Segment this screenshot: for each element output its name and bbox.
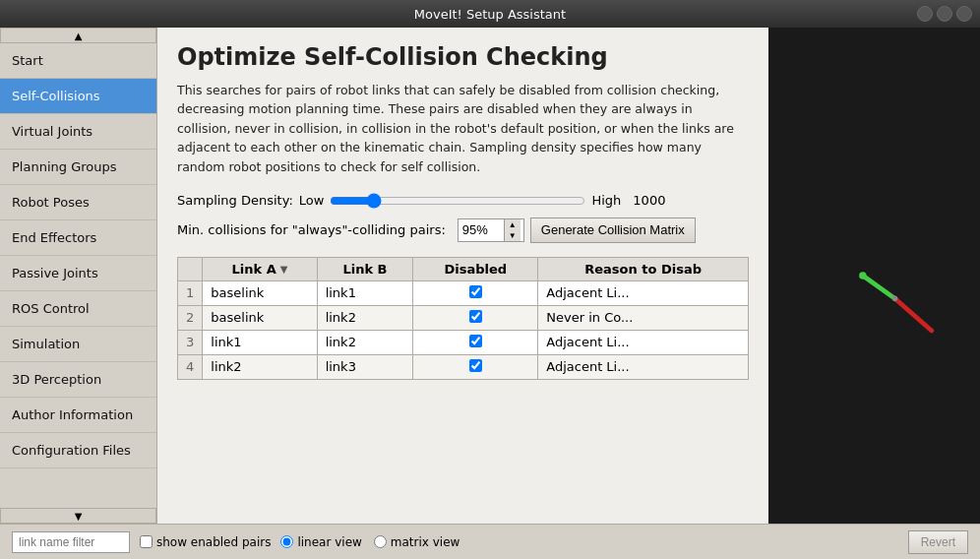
matrix-view-label[interactable]: matrix view xyxy=(374,535,460,549)
sidebar-item-label: Simulation xyxy=(12,337,80,351)
min-collisions-spinbox: ▲ ▼ xyxy=(458,218,524,242)
sort-icon-a: ▼ xyxy=(280,264,288,275)
sidebar-scroll-down[interactable]: ▼ xyxy=(0,508,156,524)
scroll-up-icon: ▲ xyxy=(75,31,83,41)
link-a-cell: link1 xyxy=(203,330,317,354)
sidebar: ▲ Start Self-Collisions Virtual Joints P… xyxy=(0,28,157,524)
show-enabled-pairs-text: show enabled pairs xyxy=(156,535,271,549)
sidebar-item-label: Passive Joints xyxy=(12,266,98,280)
robot-visualization xyxy=(768,28,980,524)
window-title: MoveIt! Setup Assistant xyxy=(414,7,566,22)
table-header-reason: Reason to Disab xyxy=(538,257,749,280)
sidebar-item-simulation[interactable]: Simulation xyxy=(0,327,156,362)
slider-container: Low High 1000 xyxy=(299,192,666,210)
table-row: 3 link1 link2 Adjacent Li... xyxy=(178,330,749,354)
link-b-cell: link2 xyxy=(317,305,413,330)
disabled-checkbox[interactable] xyxy=(469,359,482,372)
min-collisions-input[interactable] xyxy=(459,222,504,237)
sidebar-item-label: Start xyxy=(12,53,43,68)
linear-view-radio[interactable] xyxy=(280,535,293,548)
sidebar-scroll-up[interactable]: ▲ xyxy=(0,28,156,43)
table-row: 4 link2 link3 Adjacent Li... xyxy=(178,354,749,379)
row-num: 4 xyxy=(178,354,203,379)
show-enabled-pairs-checkbox[interactable] xyxy=(140,535,153,548)
spinbox-down-button[interactable]: ▼ xyxy=(505,230,521,241)
disabled-cell[interactable] xyxy=(413,354,538,379)
row-num: 2 xyxy=(178,305,203,330)
link-a-cell: baselink xyxy=(203,305,317,330)
spinbox-up-button[interactable]: ▲ xyxy=(505,219,521,230)
sidebar-item-label: Virtual Joints xyxy=(12,124,92,139)
content-area: Optimize Self-Collision Checking This se… xyxy=(157,28,768,524)
window-controls xyxy=(917,6,972,22)
title-bar: MoveIt! Setup Assistant xyxy=(0,0,980,28)
table-header-link-a: Link A ▼ xyxy=(203,257,317,280)
disabled-checkbox[interactable] xyxy=(469,310,482,323)
revert-button[interactable]: Revert xyxy=(908,530,968,554)
page-title: Optimize Self-Collision Checking xyxy=(177,43,749,71)
sidebar-item-configuration-files[interactable]: Configuration Files xyxy=(0,433,156,468)
sidebar-item-ros-control[interactable]: ROS Control xyxy=(0,291,156,327)
linear-view-text: linear view xyxy=(297,535,361,549)
reason-cell: Never in Co... xyxy=(538,305,749,330)
sidebar-item-label: Configuration Files xyxy=(12,443,131,458)
close-button[interactable] xyxy=(956,6,972,22)
sidebar-item-virtual-joints[interactable]: Virtual Joints xyxy=(0,114,156,150)
disabled-checkbox[interactable] xyxy=(469,335,482,347)
matrix-view-radio[interactable] xyxy=(374,535,387,548)
disabled-cell[interactable] xyxy=(413,280,538,305)
sidebar-item-label: ROS Control xyxy=(12,301,90,316)
link-a-cell: baselink xyxy=(203,280,317,305)
robot-view xyxy=(768,28,980,524)
show-enabled-pairs-label[interactable]: show enabled pairs xyxy=(140,535,271,549)
link-b-cell: link2 xyxy=(317,330,413,354)
link-name-filter-input[interactable] xyxy=(12,531,130,553)
link-a-cell: link2 xyxy=(203,354,317,379)
sidebar-item-planning-groups[interactable]: Planning Groups xyxy=(0,150,156,185)
disabled-checkbox[interactable] xyxy=(469,285,482,298)
generate-collision-matrix-button[interactable]: Generate Collision Matrix xyxy=(530,217,696,243)
maximize-button[interactable] xyxy=(937,6,952,22)
sidebar-item-passive-joints[interactable]: Passive Joints xyxy=(0,256,156,291)
disabled-cell[interactable] xyxy=(413,330,538,354)
sampling-high-label: High xyxy=(591,193,621,208)
sidebar-item-label: End Effectors xyxy=(12,230,96,245)
sidebar-item-start[interactable]: Start xyxy=(0,43,156,79)
disabled-cell[interactable] xyxy=(413,305,538,330)
linear-view-label[interactable]: linear view xyxy=(280,535,361,549)
sidebar-item-label: Author Information xyxy=(12,407,133,422)
matrix-view-text: matrix view xyxy=(391,535,460,549)
table-row: 1 baselink link1 Adjacent Li... xyxy=(178,280,749,305)
sidebar-item-self-collisions[interactable]: Self-Collisions xyxy=(0,79,156,114)
table-row: 2 baselink link2 Never in Co... xyxy=(178,305,749,330)
row-num: 3 xyxy=(178,330,203,354)
sampling-density-label: Sampling Density: xyxy=(177,193,293,208)
table-header-num xyxy=(178,257,203,280)
sidebar-item-label: Robot Poses xyxy=(12,195,90,210)
sidebar-item-robot-poses[interactable]: Robot Poses xyxy=(0,185,156,220)
row-num: 1 xyxy=(178,280,203,305)
sidebar-item-label: 3D Perception xyxy=(12,372,101,387)
sampling-density-value: 1000 xyxy=(633,193,665,208)
minimize-button[interactable] xyxy=(917,6,933,22)
sampling-density-row: Sampling Density: Low High 1000 xyxy=(177,192,749,210)
bottom-bar: show enabled pairs linear view matrix vi… xyxy=(0,524,980,559)
reason-cell: Adjacent Li... xyxy=(538,330,749,354)
sidebar-item-3d-perception[interactable]: 3D Perception xyxy=(0,362,156,398)
reason-cell: Adjacent Li... xyxy=(538,280,749,305)
collision-table: Link A ▼ Link B Disabled Reason to Disab xyxy=(177,257,749,380)
table-header-link-b: Link B xyxy=(317,257,413,280)
link-b-cell: link1 xyxy=(317,280,413,305)
view-mode-radio-group: linear view matrix view xyxy=(280,535,459,549)
sidebar-item-label: Self-Collisions xyxy=(12,89,100,103)
link-b-cell: link3 xyxy=(317,354,413,379)
min-collisions-row: Min. collisions for "always"-colliding p… xyxy=(177,217,749,243)
sidebar-item-author-information[interactable]: Author Information xyxy=(0,398,156,433)
sampling-density-slider[interactable] xyxy=(330,192,585,210)
sidebar-item-end-effectors[interactable]: End Effectors xyxy=(0,220,156,256)
app-container: ▲ Start Self-Collisions Virtual Joints P… xyxy=(0,28,980,559)
sidebar-items: Start Self-Collisions Virtual Joints Pla… xyxy=(0,43,156,508)
min-collisions-label: Min. collisions for "always"-colliding p… xyxy=(177,222,446,237)
scroll-down-icon: ▼ xyxy=(75,511,83,522)
svg-point-4 xyxy=(892,296,898,302)
